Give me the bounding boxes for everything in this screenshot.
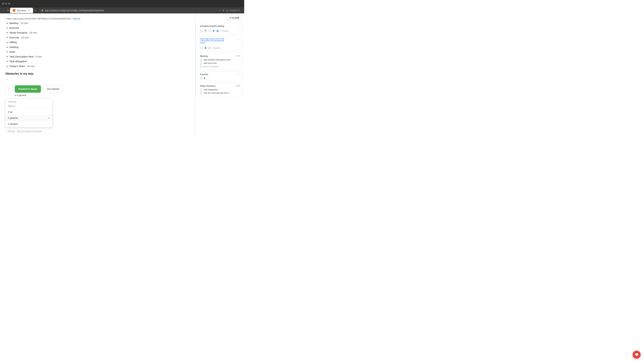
active-tab[interactable]: Sunsama ✕ <box>10 8 33 13</box>
person-icon: 👤 <box>212 29 215 32</box>
subtask-check-1: ✓ <box>200 59 202 61</box>
channel-option-random[interactable]: # random <box>6 121 52 127</box>
address-text: app.sunsama.com/group/moodjoy_workspace/… <box>45 9 104 12</box>
sidebar-card-exercise: Exercise −− ✓ 👤 <box>198 71 242 81</box>
card-title-exercise: Exercise <box>200 73 238 76</box>
profile-icon[interactable]: Incognito (2) <box>230 9 240 11</box>
browser-controls <box>2 3 10 5</box>
channel-name: # general <box>17 94 26 96</box>
refresh-link[interactable]: Refresh <box>8 130 15 132</box>
list-item: Today's Tasks · 10 min <box>10 64 190 68</box>
get-started-button[interactable]: Get started <box>43 85 63 93</box>
card-header-setup: Setup Sunsama 0:20 <box>200 85 240 87</box>
clock-icon: 🕐 <box>208 29 211 32</box>
website-link[interactable]: Website <box>72 17 80 20</box>
download-icon[interactable]: ⬇ <box>222 9 224 12</box>
tab-favicon <box>13 9 16 12</box>
card-meta: ✓ 📅 🕐 👤 👥 # Cross-fu... <box>200 29 240 32</box>
person-icon-exercise: 👤 <box>203 77 206 79</box>
setup-subtask-1: ✓ Add integrations <box>200 88 240 91</box>
card-time-setup: 0:20 <box>236 85 240 87</box>
forward-nav[interactable]: › <box>4 9 6 12</box>
sidebar-card-setup: Setup Sunsama 0:20 ✓ Add integrations ✓ … <box>198 83 242 97</box>
subtask-text-1: add subtasks description here <box>204 59 230 61</box>
bookmark-icon[interactable]: ☆ <box>219 9 221 12</box>
obstacle-item <box>10 77 190 81</box>
date-dec20: Dec 20 <box>203 65 209 67</box>
setup-check-1: ✓ <box>200 88 202 91</box>
card-title-setup: Setup Sunsama <box>200 85 236 87</box>
person-icon-url: 👤 <box>204 46 207 49</box>
card-menu-url-icon[interactable]: ⋯ <box>237 38 240 41</box>
right-sidebar: ✕ CLOSE Schedule kickoff meeting ⋯ ✓ 📅 🕐… <box>196 13 244 137</box>
window-close[interactable] <box>8 3 10 5</box>
list-item: Task delegation <box>10 59 190 63</box>
url-item: • https://app.asana.com/0/12061746765661… <box>5 17 190 20</box>
task-list: Meeting · 15 min Exercise Setup Sunsama … <box>5 21 190 68</box>
sidebar-toggle-icon[interactable]: ⊞ <box>226 9 228 12</box>
checkmark-icon: ✓ <box>48 117 50 119</box>
check-icon-meeting: ✓ <box>200 65 202 68</box>
window-maximize[interactable] <box>5 3 7 5</box>
channel-search-input[interactable] <box>8 105 50 107</box>
card-tag-crossfu: # Cross-fu... <box>220 30 230 32</box>
browser-chrome <box>0 0 244 7</box>
posted-to-slack-button[interactable]: Posted to Slack <box>15 85 41 93</box>
list-item: tasks <box>10 50 190 54</box>
plan-panel: • https://app.asana.com/0/12061746765661… <box>0 13 196 137</box>
card-tag-meeting: # Sunasm... <box>210 65 220 67</box>
channel-option-as[interactable]: # as <box>6 109 52 115</box>
card-url-text: https://app.asana.com/0/1206174676385119… <box>200 38 224 44</box>
link-icon: 🔗 <box>208 46 211 49</box>
tab-label: Sunsama <box>17 9 26 12</box>
close-button[interactable]: ✕ CLOSE <box>226 15 242 20</box>
list-item: Exercise · 15 min <box>10 36 190 39</box>
sidebar-card-kickoff: Schedule kickoff meeting ⋯ ✓ 📅 🕐 👤 👥 # C… <box>198 23 242 34</box>
group-icon: 👥 <box>216 29 219 32</box>
obstacles-heading: Obstacles in my way <box>5 72 190 75</box>
channel-in-text: in <box>15 94 16 96</box>
card-title-meeting: Meeting <box>200 55 236 57</box>
check-icon-exercise: ✓ <box>200 77 202 79</box>
new-tab-button[interactable]: + <box>33 8 38 13</box>
card-meta-meeting: ✓ Dec 20 # Sunasm... <box>200 65 240 68</box>
card-meta-exercise: ✓ 👤 <box>200 77 240 79</box>
action-area: ← Posted to Slack Get started in # gener… <box>5 85 190 134</box>
card-time-meeting: 0:15 <box>236 55 240 57</box>
tab-close-button[interactable]: ✕ <box>27 9 30 12</box>
lock-icon: 🔒 <box>41 9 44 11</box>
card-header-exercise: Exercise −− <box>200 73 240 76</box>
dropdown-arrow <box>54 97 57 99</box>
action-buttons: ← Posted to Slack Get started <box>5 85 190 93</box>
setup-text-1: Add integrations <box>204 88 218 91</box>
card-header-meeting: Meeting 0:15 <box>200 55 240 57</box>
skip-link[interactable]: Skip this step in the future <box>17 130 42 132</box>
channel-general-label: # general <box>8 117 18 119</box>
card-menu-icon[interactable]: ⋯ <box>237 25 240 28</box>
bottom-hint: Refresh · Skip this step in the future <box>5 129 190 134</box>
check-icon-url: ✓ <box>200 46 203 49</box>
calendar-icon: 📅 <box>204 29 207 32</box>
card-header-url: https://app.asana.com/0/1206174676385119… <box>200 38 240 45</box>
dropdown-header: Channel: <box>6 99 52 104</box>
channel-as-label: # as <box>8 111 12 113</box>
setup-subtask-2: ✓ Use the command bar (Ctrl + <box>200 92 240 94</box>
dropdown-search-area <box>6 104 52 109</box>
sidebar-card-url: https://app.asana.com/0/1206174676385119… <box>198 36 242 51</box>
tab-bar: ‹ › ↻ Sunsama ✕ + 🔒 app.sunsama.com/grou… <box>0 7 244 13</box>
back-nav[interactable]: ‹ <box>2 9 4 12</box>
channel-option-general[interactable]: # general ✓ <box>6 115 52 121</box>
url-text: • https://app.asana.com/0/12061746765661… <box>5 17 71 20</box>
check-icon: ✓ <box>200 29 203 32</box>
list-item: editing <box>10 40 190 44</box>
back-button[interactable]: ← <box>5 85 13 93</box>
subtask-check-2: ✓ <box>200 62 202 64</box>
window-minimize[interactable] <box>2 3 4 5</box>
channel-random-label: # random <box>8 123 18 125</box>
card-header: Schedule kickoff meeting ⋯ <box>200 25 240 28</box>
reload-nav[interactable]: ↻ <box>6 9 10 12</box>
list-item: Exercise <box>10 26 190 30</box>
card-time-exercise: −− <box>238 73 240 75</box>
channel-dropdown: Channel: # as # general ✓ # random <box>5 99 52 127</box>
sidebar-card-meeting: Meeting 0:15 ✓ add subtasks description … <box>198 53 242 69</box>
